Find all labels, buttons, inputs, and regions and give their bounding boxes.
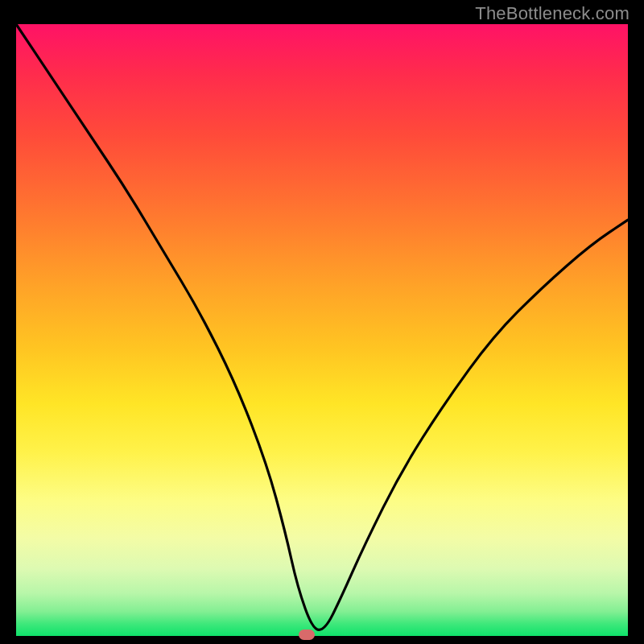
- attribution-text: TheBottleneck.com: [475, 3, 630, 24]
- bottleneck-curve: [16, 24, 628, 636]
- bottleneck-marker: [299, 630, 315, 640]
- bottleneck-curve-path: [16, 24, 628, 630]
- chart-frame: [16, 24, 628, 636]
